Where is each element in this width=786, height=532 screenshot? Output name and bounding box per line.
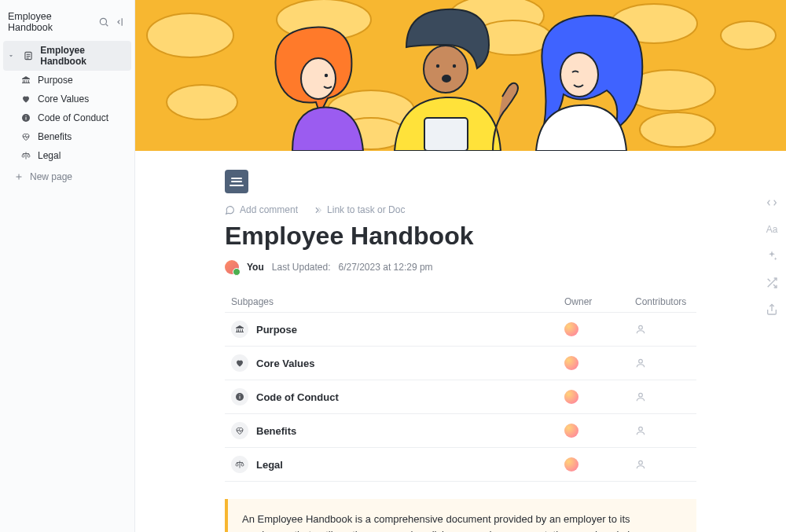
- sidebar-item-label: Core Values: [38, 94, 89, 105]
- link-task-button[interactable]: Link to task or Doc: [312, 204, 405, 215]
- svg-point-15: [167, 85, 237, 119]
- search-icon[interactable]: [97, 15, 111, 29]
- heart-icon: [231, 354, 248, 372]
- doc-title[interactable]: Employee Handbook: [225, 222, 696, 251]
- link-task-label: Link to task or Doc: [327, 204, 405, 215]
- subpages-table: Subpages Owner Contributors Purpose Core…: [225, 292, 696, 482]
- doc-lines-icon: [23, 50, 35, 62]
- sidebar-item-label: Benefits: [38, 131, 72, 142]
- person-left: [275, 28, 363, 151]
- col-contributors: Contributors: [635, 296, 690, 307]
- doc-meta: You Last Updated: 6/27/2023 at 12:29 pm: [225, 260, 696, 274]
- doc-body: Add comment Link to task or Doc Employee…: [225, 151, 696, 532]
- svg-line-1: [106, 24, 108, 27]
- info-icon: [20, 112, 31, 123]
- bank-icon: [231, 321, 248, 338]
- svg-line-35: [768, 279, 770, 281]
- hero-illustration: [135, 0, 786, 151]
- right-rail: Aa: [764, 195, 780, 317]
- sidebar-item-label: Employee Handbook: [40, 45, 125, 67]
- subpages-header: Subpages Owner Contributors: [225, 292, 696, 312]
- svg-rect-41: [240, 394, 241, 395]
- callout-block[interactable]: An Employee Handbook is a comprehensive …: [225, 499, 696, 532]
- sidebar-item-label: Purpose: [38, 75, 73, 86]
- subpage-title: Benefits: [256, 425, 564, 437]
- sidebar-item-legal[interactable]: Legal: [3, 146, 131, 165]
- subpage-title: Core Values: [256, 358, 564, 369]
- sidebar-item-label: Code of Conduct: [38, 112, 108, 123]
- sidebar-item-root[interactable]: Employee Handbook: [3, 41, 131, 71]
- author-name: You: [247, 262, 264, 273]
- heart-icon: [20, 94, 31, 105]
- main-content[interactable]: Aa Add comment Link to task or Doc Em: [135, 0, 786, 532]
- svg-point-38: [639, 359, 643, 363]
- info-icon: [231, 388, 248, 405]
- author-avatar[interactable]: [225, 260, 239, 274]
- svg-point-25: [301, 58, 336, 99]
- col-subpages: Subpages: [231, 296, 564, 307]
- expand-width-icon[interactable]: [764, 195, 780, 211]
- bank-icon: [20, 75, 31, 86]
- updated-label: Last Updated:: [272, 262, 331, 273]
- owner-avatar[interactable]: [564, 356, 578, 370]
- callout-paragraph: An Employee Handbook is a comprehensive …: [242, 512, 682, 532]
- svg-point-37: [639, 325, 643, 329]
- scale-icon: [231, 456, 248, 473]
- svg-point-27: [424, 46, 468, 93]
- svg-point-14: [147, 13, 233, 57]
- doc-cover-icon[interactable]: [225, 170, 248, 193]
- share-icon[interactable]: [764, 302, 780, 317]
- svg-point-24: [721, 21, 776, 50]
- svg-point-46: [639, 460, 643, 464]
- add-contributor-button[interactable]: [635, 425, 690, 436]
- new-page-button[interactable]: New page: [3, 167, 131, 187]
- svg-point-0: [100, 18, 106, 24]
- subpage-row-code-of-conduct[interactable]: Code of Conduct: [225, 380, 696, 413]
- owner-avatar[interactable]: [564, 424, 578, 438]
- person-right: [536, 16, 642, 151]
- health-icon: [20, 131, 31, 142]
- plus-icon: [14, 172, 24, 182]
- svg-rect-40: [240, 396, 241, 399]
- add-contributor-button[interactable]: [635, 459, 690, 470]
- subpage-title: Purpose: [256, 324, 564, 336]
- subpage-row-core-values[interactable]: Core Values: [225, 346, 696, 380]
- sidebar-item-purpose[interactable]: Purpose: [3, 71, 131, 90]
- svg-point-42: [639, 393, 643, 397]
- sidebar-item-benefits[interactable]: Benefits: [3, 127, 131, 146]
- owner-avatar[interactable]: [564, 322, 578, 336]
- subpage-row-legal[interactable]: Legal: [225, 447, 696, 482]
- hero-cover: [135, 0, 786, 151]
- new-page-label: New page: [30, 171, 72, 182]
- svg-point-30: [442, 75, 451, 83]
- owner-avatar[interactable]: [564, 390, 578, 404]
- svg-point-32: [560, 53, 598, 97]
- scale-icon: [20, 150, 31, 161]
- chevron-down-icon: [6, 52, 17, 60]
- sidebar-item-label: Legal: [38, 150, 61, 161]
- add-contributor-button[interactable]: [635, 358, 690, 369]
- subpage-row-benefits[interactable]: Benefits: [225, 413, 696, 447]
- health-icon: [231, 422, 248, 439]
- sidebar-header: Employee Handbook: [0, 3, 134, 41]
- sparkle-icon[interactable]: [764, 248, 780, 264]
- subpage-title: Code of Conduct: [256, 391, 564, 403]
- svg-point-28: [436, 64, 439, 68]
- owner-avatar[interactable]: [564, 457, 578, 471]
- shuffle-icon[interactable]: [764, 275, 780, 291]
- sidebar-item-core-values[interactable]: Core Values: [3, 90, 131, 108]
- add-contributor-button[interactable]: [635, 391, 690, 402]
- add-comment-button[interactable]: Add comment: [225, 204, 298, 215]
- add-comment-label: Add comment: [240, 204, 298, 215]
- svg-point-29: [453, 64, 456, 68]
- collapse-sidebar-icon[interactable]: [114, 15, 128, 29]
- subpage-row-purpose[interactable]: Purpose: [225, 312, 696, 346]
- svg-point-23: [640, 112, 715, 147]
- doc-actions: Add comment Link to task or Doc: [225, 204, 696, 215]
- svg-rect-8: [26, 117, 27, 120]
- add-contributor-button[interactable]: [635, 324, 690, 335]
- svg-rect-31: [424, 118, 468, 151]
- sidebar-item-code-of-conduct[interactable]: Code of Conduct: [3, 108, 131, 127]
- typography-button[interactable]: Aa: [764, 222, 780, 237]
- svg-rect-9: [26, 116, 27, 116]
